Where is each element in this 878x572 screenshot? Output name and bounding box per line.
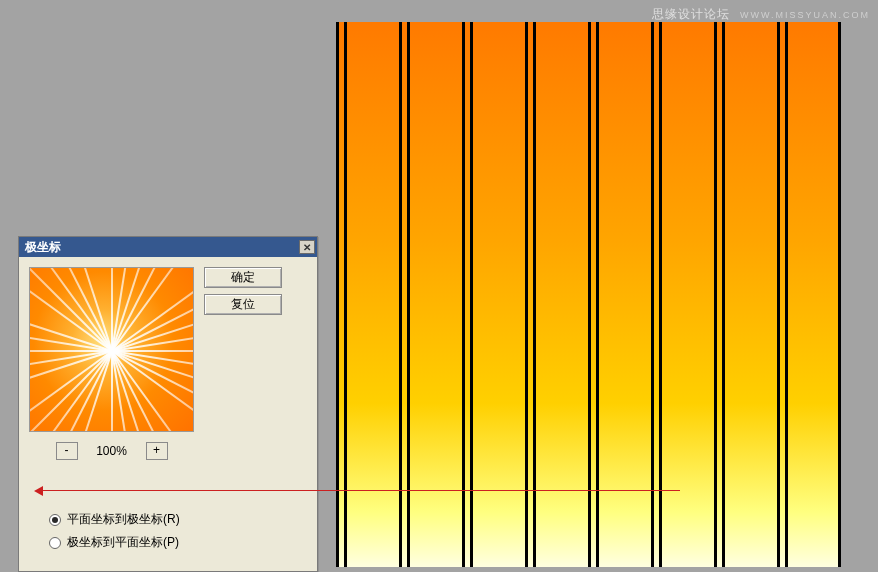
- conversion-options: 平面坐标到极坐标(R) 极坐标到平面坐标(P): [49, 511, 180, 557]
- annotation-arrow-head: [34, 486, 43, 496]
- dialog-title: 极坐标: [25, 239, 61, 256]
- canvas-stripe: [659, 22, 662, 567]
- radio-icon[interactable]: [49, 514, 61, 526]
- option-rect-to-polar[interactable]: 平面坐标到极坐标(R): [49, 511, 180, 528]
- zoom-out-button[interactable]: -: [56, 442, 78, 460]
- canvas-stripe: [714, 22, 717, 567]
- polar-coordinates-dialog: 极坐标 ✕ - 100% + 确定 复位 平面坐标到极坐标(R) 极坐标到平面坐…: [18, 236, 318, 572]
- canvas-stripe: [722, 22, 725, 567]
- close-icon: ✕: [303, 242, 311, 253]
- option-label: 平面坐标到极坐标(R): [67, 511, 180, 528]
- canvas-stripe: [336, 22, 339, 567]
- canvas-stripe: [838, 22, 841, 567]
- effect-preview[interactable]: [29, 267, 194, 432]
- canvas-stripe: [533, 22, 536, 567]
- zoom-in-button[interactable]: +: [146, 442, 168, 460]
- canvas-stripe: [399, 22, 402, 567]
- canvas-stripe: [344, 22, 347, 567]
- watermark: 思缘设计论坛 WWW.MISSYUAN.COM: [652, 6, 870, 23]
- canvas-stripe: [525, 22, 528, 567]
- canvas-stripe: [596, 22, 599, 567]
- reset-button[interactable]: 复位: [204, 294, 282, 315]
- watermark-text: 思缘设计论坛: [652, 7, 730, 21]
- dialog-body: - 100% + 确定 复位: [19, 257, 317, 470]
- zoom-value: 100%: [92, 444, 132, 458]
- preview-column: - 100% +: [29, 267, 194, 460]
- canvas-stripe: [651, 22, 654, 567]
- canvas-stripe: [777, 22, 780, 567]
- radio-icon[interactable]: [49, 537, 61, 549]
- canvas-stripe: [785, 22, 788, 567]
- dialog-titlebar[interactable]: 极坐标 ✕: [19, 237, 317, 257]
- close-button[interactable]: ✕: [299, 240, 315, 254]
- canvas-stripe: [588, 22, 591, 567]
- option-label: 极坐标到平面坐标(P): [67, 534, 179, 551]
- button-column: 确定 复位: [204, 267, 282, 460]
- option-polar-to-rect[interactable]: 极坐标到平面坐标(P): [49, 534, 180, 551]
- annotation-arrow-line: [40, 490, 680, 491]
- canvas-stripe: [470, 22, 473, 567]
- canvas-stripe: [407, 22, 410, 567]
- watermark-url: WWW.MISSYUAN.COM: [740, 10, 870, 20]
- ok-button[interactable]: 确定: [204, 267, 282, 288]
- canvas-preview: [336, 22, 841, 567]
- zoom-controls: - 100% +: [29, 442, 194, 460]
- canvas-stripe: [462, 22, 465, 567]
